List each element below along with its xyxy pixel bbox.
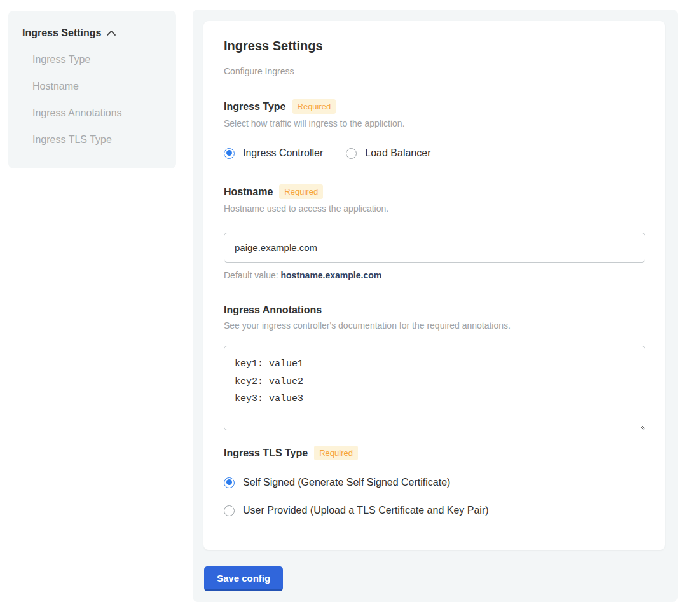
radio-user-provided[interactable]: User Provided (Upload a TLS Certificate … <box>224 505 645 516</box>
group-hostname-help: Hostname used to access the application. <box>224 203 645 214</box>
radio-self-signed-circle[interactable] <box>224 477 235 488</box>
hostname-default-prefix: Default value: <box>224 270 281 280</box>
page-subtitle: Configure Ingress <box>224 66 645 76</box>
sidebar-item-ingress-annotations[interactable]: Ingress Annotations <box>32 107 162 119</box>
radio-user-provided-label: User Provided (Upload a TLS Certificate … <box>243 505 489 516</box>
hostname-input[interactable] <box>224 233 645 263</box>
hostname-default-line: Default value: hostname.example.com <box>224 270 645 280</box>
radio-load-balancer[interactable]: Load Balancer <box>346 147 430 159</box>
tls-radio-group: Self Signed (Generate Self Signed Certif… <box>224 477 645 516</box>
required-badge: Required <box>314 446 358 460</box>
radio-load-balancer-circle[interactable] <box>346 148 357 159</box>
config-nav-sidebar: Ingress Settings Ingress Type Hostname I… <box>8 11 176 168</box>
group-ingress-annotations-help: See your ingress controller's documentat… <box>224 320 645 331</box>
sidebar-group-label: Ingress Settings <box>22 27 101 39</box>
ingress-type-radio-group: Ingress Controller Load Balancer <box>224 147 645 159</box>
sidebar-item-ingress-type[interactable]: Ingress Type <box>32 54 162 65</box>
group-ingress-tls-type-heading: Ingress TLS Type <box>224 448 308 459</box>
radio-load-balancer-label: Load Balancer <box>365 147 430 159</box>
save-config-button[interactable]: Save config <box>204 566 283 591</box>
page-title: Ingress Settings <box>224 39 645 53</box>
group-hostname-heading: Hostname <box>224 186 273 198</box>
sidebar-item-ingress-tls-type[interactable]: Ingress TLS Type <box>32 134 162 146</box>
sidebar-item-hostname[interactable]: Hostname <box>32 81 162 92</box>
required-badge: Required <box>279 184 323 199</box>
radio-self-signed[interactable]: Self Signed (Generate Self Signed Certif… <box>224 477 645 488</box>
sidebar-group-ingress-settings[interactable]: Ingress Settings <box>22 27 162 39</box>
group-ingress-annotations: Ingress Annotations See your ingress con… <box>224 305 645 430</box>
config-card: Ingress Settings Configure Ingress Ingre… <box>203 21 665 550</box>
config-main-panel: Ingress Settings Configure Ingress Ingre… <box>193 10 678 602</box>
sidebar-item-list: Ingress Type Hostname Ingress Annotation… <box>32 54 162 146</box>
group-ingress-type: Ingress Type Required Select how traffic… <box>224 99 645 159</box>
group-ingress-tls-type: Ingress TLS Type Required Self Signed (G… <box>224 446 645 516</box>
radio-ingress-controller-label: Ingress Controller <box>243 147 323 159</box>
radio-user-provided-circle[interactable] <box>224 505 235 516</box>
radio-ingress-controller[interactable]: Ingress Controller <box>224 147 323 159</box>
ingress-annotations-textarea[interactable]: key1: value1 key2: value2 key3: value3 <box>224 346 645 430</box>
radio-ingress-controller-circle[interactable] <box>224 148 235 159</box>
required-badge: Required <box>292 99 336 114</box>
radio-self-signed-label: Self Signed (Generate Self Signed Certif… <box>243 477 450 488</box>
group-hostname: Hostname Required Hostname used to acces… <box>224 184 645 280</box>
group-ingress-type-help: Select how traffic will ingress to the a… <box>224 118 645 128</box>
group-ingress-type-heading: Ingress Type <box>224 101 286 113</box>
chevron-up-icon <box>106 30 116 36</box>
group-ingress-annotations-heading: Ingress Annotations <box>224 305 322 316</box>
hostname-default-value: hostname.example.com <box>281 270 382 280</box>
